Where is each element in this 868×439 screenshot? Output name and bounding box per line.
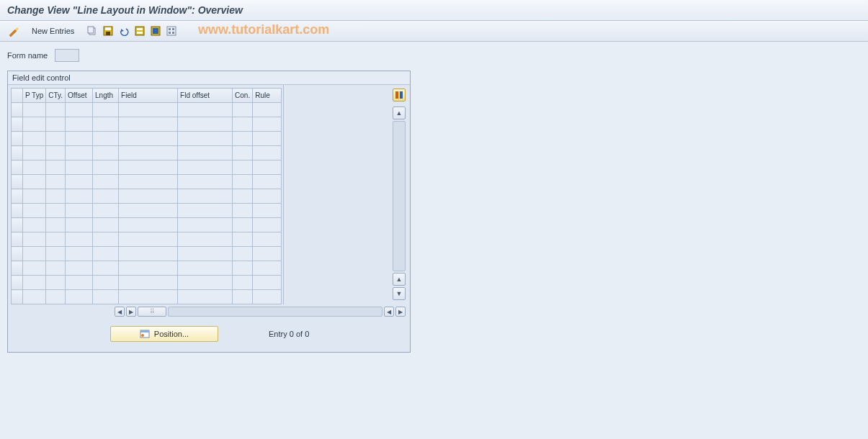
cell[interactable] xyxy=(253,189,282,204)
cell[interactable] xyxy=(46,146,66,160)
cell[interactable] xyxy=(46,247,66,261)
select-block-icon[interactable] xyxy=(149,24,162,37)
cell[interactable] xyxy=(119,160,178,175)
col-rule[interactable]: Rule xyxy=(253,89,282,103)
table-row[interactable] xyxy=(12,117,282,132)
cell[interactable] xyxy=(93,117,119,132)
cell[interactable] xyxy=(93,103,119,117)
cell[interactable] xyxy=(253,160,282,175)
col-cty[interactable]: CTy. xyxy=(46,89,66,103)
field-edit-table[interactable]: P Typ CTy. Offset Lngth Field Fld offset… xyxy=(11,88,282,304)
table-settings-icon[interactable] xyxy=(393,89,406,101)
cell[interactable] xyxy=(46,189,66,204)
cell[interactable] xyxy=(253,290,282,304)
cell[interactable] xyxy=(23,132,46,146)
cell[interactable] xyxy=(178,189,233,204)
cell[interactable] xyxy=(23,204,46,218)
row-selector[interactable] xyxy=(12,261,23,276)
cell[interactable] xyxy=(93,247,119,261)
cell[interactable] xyxy=(23,276,46,290)
hscroll-left2-button[interactable]: ◀ xyxy=(384,307,394,317)
pencil-wand-icon[interactable] xyxy=(7,24,20,37)
cell[interactable] xyxy=(66,175,93,189)
cell[interactable] xyxy=(93,232,119,247)
row-selector[interactable] xyxy=(12,103,23,117)
col-lngth[interactable]: Lngth xyxy=(93,89,119,103)
row-selector[interactable] xyxy=(12,132,23,146)
cell[interactable] xyxy=(253,146,282,160)
cell[interactable] xyxy=(23,218,46,232)
cell[interactable] xyxy=(119,189,178,204)
cell[interactable] xyxy=(46,232,66,247)
cell[interactable] xyxy=(119,290,178,304)
cell[interactable] xyxy=(46,160,66,175)
cell[interactable] xyxy=(46,261,66,276)
cell[interactable] xyxy=(23,247,46,261)
cell[interactable] xyxy=(119,247,178,261)
cell[interactable] xyxy=(66,218,93,232)
cell[interactable] xyxy=(233,117,253,132)
cell[interactable] xyxy=(66,117,93,132)
cell[interactable] xyxy=(66,132,93,146)
scroll-up2-button[interactable]: ▲ xyxy=(393,273,406,286)
cell[interactable] xyxy=(233,247,253,261)
cell[interactable] xyxy=(46,276,66,290)
cell[interactable] xyxy=(66,261,93,276)
cell[interactable] xyxy=(119,276,178,290)
cell[interactable] xyxy=(119,204,178,218)
cell[interactable] xyxy=(66,247,93,261)
table-row[interactable] xyxy=(12,146,282,160)
form-name-input[interactable] xyxy=(55,49,79,62)
select-all-header[interactable] xyxy=(12,89,23,103)
cell[interactable] xyxy=(253,276,282,290)
cell[interactable] xyxy=(46,290,66,304)
cell[interactable] xyxy=(233,103,253,117)
col-field[interactable]: Field xyxy=(119,89,178,103)
cell[interactable] xyxy=(46,103,66,117)
cell[interactable] xyxy=(233,290,253,304)
horizontal-scrollbar[interactable]: ◀ ▶ ⠿ ◀ ▶ xyxy=(8,304,410,319)
cell[interactable] xyxy=(66,103,93,117)
cell[interactable] xyxy=(178,247,233,261)
cell[interactable] xyxy=(253,218,282,232)
cell[interactable] xyxy=(93,132,119,146)
copy-icon[interactable] xyxy=(86,24,99,37)
hscroll-right-button[interactable]: ▶ xyxy=(126,307,136,317)
cell[interactable] xyxy=(66,290,93,304)
cell[interactable] xyxy=(253,175,282,189)
row-selector[interactable] xyxy=(12,204,23,218)
undo-icon[interactable] xyxy=(117,24,130,37)
cell[interactable] xyxy=(178,261,233,276)
cell[interactable] xyxy=(253,204,282,218)
cell[interactable] xyxy=(23,261,46,276)
cell[interactable] xyxy=(119,232,178,247)
col-ptyp[interactable]: P Typ xyxy=(23,89,46,103)
cell[interactable] xyxy=(253,117,282,132)
row-selector[interactable] xyxy=(12,146,23,160)
hscroll-grip[interactable]: ⠿ xyxy=(138,307,166,317)
table-row[interactable] xyxy=(12,204,282,218)
cell[interactable] xyxy=(66,160,93,175)
row-selector[interactable] xyxy=(12,290,23,304)
new-entries-button[interactable]: New Entries xyxy=(26,24,80,37)
cell[interactable] xyxy=(253,103,282,117)
cell[interactable] xyxy=(233,261,253,276)
cell[interactable] xyxy=(23,146,46,160)
save-icon[interactable] xyxy=(102,24,115,37)
cell[interactable] xyxy=(253,232,282,247)
cell[interactable] xyxy=(46,175,66,189)
row-selector[interactable] xyxy=(12,175,23,189)
table-row[interactable] xyxy=(12,175,282,189)
table-row[interactable] xyxy=(12,290,282,304)
cell[interactable] xyxy=(93,189,119,204)
cell[interactable] xyxy=(233,132,253,146)
table-row[interactable] xyxy=(12,160,282,175)
cell[interactable] xyxy=(66,276,93,290)
cell[interactable] xyxy=(233,160,253,175)
table-row[interactable] xyxy=(12,276,282,290)
vscroll-track[interactable] xyxy=(393,121,406,271)
cell[interactable] xyxy=(119,132,178,146)
cell[interactable] xyxy=(178,204,233,218)
row-selector[interactable] xyxy=(12,117,23,132)
cell[interactable] xyxy=(93,290,119,304)
